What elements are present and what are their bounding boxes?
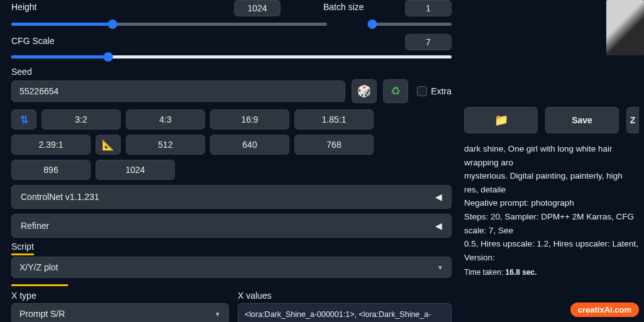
batch-size-label: Batch size (323, 2, 392, 12)
seed-input[interactable] (11, 80, 345, 102)
generation-info: dark shine, One girl with long white hai… (464, 142, 639, 279)
cfg-scale-label: CFG Scale (11, 36, 392, 46)
height-label: Height (11, 2, 221, 12)
chevron-down-icon: ▼ (214, 311, 221, 318)
prompt-text: mysterious. Digital painting, painterly,… (464, 169, 639, 196)
aspect-ratio-button[interactable]: 3:2 (42, 109, 121, 130)
params-text: 0.5, Hires upscale: 1.2, Hires upscaler:… (464, 237, 639, 264)
refiner-title: Refiner (21, 221, 49, 231)
size-button[interactable]: 896 (11, 160, 91, 180)
preview-image (606, 0, 644, 55)
script-label: Script (11, 242, 34, 252)
folder-icon: 📁 (494, 113, 508, 127)
x-values-input[interactable]: <lora:Dark_Shine_a-000001:1>, <lora:Dark… (238, 303, 452, 322)
x-values-label: X values (238, 291, 452, 301)
randomize-seed-button[interactable]: 🎲 (352, 79, 377, 103)
size-button[interactable]: 512 (126, 135, 205, 155)
time-taken-value: 16.8 sec. (506, 268, 537, 277)
batch-size-slider[interactable] (370, 19, 452, 29)
caret-left-icon: ◀ (435, 221, 442, 231)
watermark: creatixAi.com (570, 303, 639, 317)
negative-prompt-text: Negative prompt: photograph (464, 196, 639, 210)
measure-button[interactable]: 📐 (96, 135, 121, 155)
script-value: X/Y/Z plot (19, 262, 58, 272)
prompt-text: dark shine, One girl with long white hai… (464, 142, 639, 169)
extra-label: Extra (431, 86, 452, 96)
size-button[interactable]: 768 (294, 135, 374, 155)
chevron-down-icon: ▼ (437, 264, 443, 271)
swap-aspect-button[interactable]: ⇅ (11, 109, 36, 130)
save-button[interactable]: Save (545, 107, 619, 133)
height-slider[interactable] (11, 19, 327, 29)
controlnet-accordion[interactable]: ControlNet v1.1.231 ◀ (11, 185, 452, 209)
refiner-accordion[interactable]: Refiner ◀ (11, 214, 452, 238)
recycle-icon: ♻ (391, 84, 401, 98)
zip-button[interactable]: Z (626, 107, 639, 133)
cfg-scale-value[interactable]: 7 (405, 34, 452, 50)
params-text: Steps: 20, Sampler: DPM++ 2M Karras, CFG… (464, 210, 639, 237)
x-type-value: Prompt S/R (19, 309, 65, 319)
open-folder-button[interactable]: 📁 (464, 107, 538, 133)
size-button[interactable]: 640 (210, 135, 289, 155)
controlnet-title: ControlNet v1.1.231 (21, 192, 99, 202)
x-type-label: X type (11, 291, 229, 301)
size-button[interactable]: 1024 (96, 160, 175, 180)
dice-icon: 🎲 (357, 84, 371, 98)
reuse-seed-button[interactable]: ♻ (383, 79, 408, 103)
seed-label: Seed (11, 67, 452, 77)
aspect-ratio-button[interactable]: 2.39:1 (11, 135, 91, 155)
x-type-select[interactable]: Prompt S/R ▼ (11, 303, 229, 322)
extra-checkbox[interactable] (417, 86, 427, 96)
script-select[interactable]: X/Y/Z plot ▼ (11, 257, 452, 278)
swap-icon: ⇅ (20, 114, 28, 126)
aspect-ratio-button[interactable]: 4:3 (126, 109, 205, 130)
batch-size-value[interactable]: 1 (405, 0, 452, 16)
height-value[interactable]: 1024 (234, 0, 280, 16)
caret-left-icon: ◀ (435, 192, 442, 202)
time-taken-label: Time taken: (464, 268, 506, 277)
ruler-icon: 📐 (102, 139, 114, 151)
cfg-scale-slider[interactable] (11, 52, 452, 62)
aspect-ratio-button[interactable]: 1.85:1 (294, 109, 374, 130)
aspect-ratio-button[interactable]: 16:9 (210, 109, 289, 130)
